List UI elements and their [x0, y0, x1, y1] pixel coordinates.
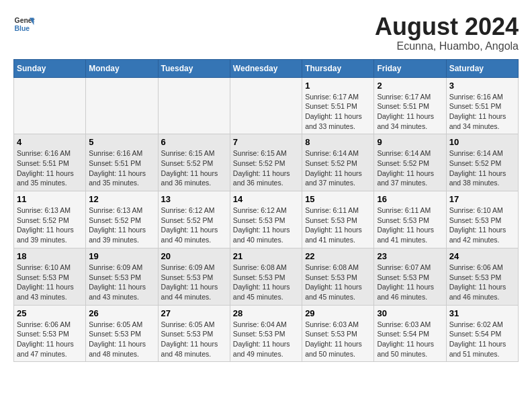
- calendar-cell: 7Sunrise: 6:15 AM Sunset: 5:52 PM Daylig…: [230, 134, 302, 191]
- day-number: 13: [161, 194, 227, 204]
- location: Ecunna, Huambo, Angola: [375, 40, 519, 52]
- day-number: 23: [377, 251, 443, 261]
- calendar-cell: 31Sunrise: 6:02 AM Sunset: 5:54 PM Dayli…: [446, 305, 518, 362]
- calendar-cell: 9Sunrise: 6:14 AM Sunset: 5:52 PM Daylig…: [374, 134, 446, 191]
- day-number: 10: [449, 137, 515, 147]
- day-number: 28: [233, 308, 299, 318]
- calendar-week-row: 11Sunrise: 6:13 AM Sunset: 5:52 PM Dayli…: [14, 191, 519, 248]
- calendar-week-row: 4Sunrise: 6:16 AM Sunset: 5:51 PM Daylig…: [14, 134, 519, 191]
- weekday-header-monday: Monday: [86, 59, 158, 77]
- day-info: Sunrise: 6:09 AM Sunset: 5:53 PM Dayligh…: [89, 263, 154, 302]
- day-number: 14: [233, 194, 299, 204]
- day-info: Sunrise: 6:06 AM Sunset: 5:53 PM Dayligh…: [17, 320, 83, 359]
- calendar-cell: [158, 77, 230, 134]
- day-number: 5: [89, 137, 154, 147]
- day-number: 2: [377, 81, 443, 91]
- calendar-cell: 5Sunrise: 6:16 AM Sunset: 5:51 PM Daylig…: [86, 134, 158, 191]
- day-info: Sunrise: 6:14 AM Sunset: 5:52 PM Dayligh…: [305, 148, 371, 188]
- day-number: 3: [449, 81, 515, 91]
- calendar-cell: 8Sunrise: 6:14 AM Sunset: 5:52 PM Daylig…: [302, 134, 374, 191]
- calendar-week-row: 25Sunrise: 6:06 AM Sunset: 5:53 PM Dayli…: [14, 305, 519, 362]
- day-info: Sunrise: 6:13 AM Sunset: 5:52 PM Dayligh…: [17, 205, 83, 245]
- calendar-cell: 11Sunrise: 6:13 AM Sunset: 5:52 PM Dayli…: [14, 191, 86, 248]
- day-number: 12: [89, 194, 154, 204]
- calendar-cell: 12Sunrise: 6:13 AM Sunset: 5:52 PM Dayli…: [86, 191, 158, 248]
- day-info: Sunrise: 6:12 AM Sunset: 5:52 PM Dayligh…: [161, 205, 227, 245]
- calendar-cell: [230, 77, 302, 134]
- day-info: Sunrise: 6:17 AM Sunset: 5:51 PM Dayligh…: [377, 92, 443, 132]
- day-number: 4: [17, 137, 83, 147]
- calendar-cell: 25Sunrise: 6:06 AM Sunset: 5:53 PM Dayli…: [14, 305, 86, 362]
- day-info: Sunrise: 6:16 AM Sunset: 5:51 PM Dayligh…: [17, 148, 83, 188]
- day-info: Sunrise: 6:16 AM Sunset: 5:51 PM Dayligh…: [89, 148, 154, 188]
- calendar-cell: 27Sunrise: 6:05 AM Sunset: 5:53 PM Dayli…: [158, 305, 230, 362]
- calendar-cell: 4Sunrise: 6:16 AM Sunset: 5:51 PM Daylig…: [14, 134, 86, 191]
- day-info: Sunrise: 6:05 AM Sunset: 5:53 PM Dayligh…: [89, 320, 154, 359]
- day-number: 27: [161, 308, 227, 318]
- calendar-cell: 20Sunrise: 6:09 AM Sunset: 5:53 PM Dayli…: [158, 248, 230, 305]
- day-number: 31: [449, 308, 515, 318]
- calendar-cell: [14, 77, 86, 134]
- calendar-cell: 6Sunrise: 6:15 AM Sunset: 5:52 PM Daylig…: [158, 134, 230, 191]
- calendar-cell: 30Sunrise: 6:03 AM Sunset: 5:54 PM Dayli…: [374, 305, 446, 362]
- day-number: 7: [233, 137, 299, 147]
- day-number: 19: [89, 251, 154, 261]
- day-number: 21: [233, 251, 299, 261]
- calendar-cell: 2Sunrise: 6:17 AM Sunset: 5:51 PM Daylig…: [374, 77, 446, 134]
- day-number: 24: [449, 251, 515, 261]
- calendar-cell: [86, 77, 158, 134]
- day-info: Sunrise: 6:15 AM Sunset: 5:52 PM Dayligh…: [233, 148, 299, 188]
- day-info: Sunrise: 6:13 AM Sunset: 5:52 PM Dayligh…: [89, 205, 154, 245]
- calendar-cell: 15Sunrise: 6:11 AM Sunset: 5:53 PM Dayli…: [302, 191, 374, 248]
- day-info: Sunrise: 6:10 AM Sunset: 5:53 PM Dayligh…: [17, 263, 83, 302]
- calendar-cell: 29Sunrise: 6:03 AM Sunset: 5:53 PM Dayli…: [302, 305, 374, 362]
- weekday-header-row: SundayMondayTuesdayWednesdayThursdayFrid…: [14, 59, 519, 77]
- day-info: Sunrise: 6:03 AM Sunset: 5:54 PM Dayligh…: [377, 320, 443, 359]
- calendar-cell: 13Sunrise: 6:12 AM Sunset: 5:52 PM Dayli…: [158, 191, 230, 248]
- day-number: 9: [377, 137, 443, 147]
- logo-icon: General Blue: [13, 13, 35, 35]
- day-info: Sunrise: 6:12 AM Sunset: 5:53 PM Dayligh…: [233, 205, 299, 245]
- weekday-header-friday: Friday: [374, 59, 446, 77]
- calendar-cell: 18Sunrise: 6:10 AM Sunset: 5:53 PM Dayli…: [14, 248, 86, 305]
- day-info: Sunrise: 6:11 AM Sunset: 5:53 PM Dayligh…: [377, 205, 443, 245]
- day-number: 11: [17, 194, 83, 204]
- day-number: 17: [449, 194, 515, 204]
- day-number: 29: [305, 308, 371, 318]
- day-info: Sunrise: 6:14 AM Sunset: 5:52 PM Dayligh…: [377, 148, 443, 188]
- day-info: Sunrise: 6:03 AM Sunset: 5:53 PM Dayligh…: [305, 320, 371, 359]
- day-number: 18: [17, 251, 83, 261]
- calendar-cell: 14Sunrise: 6:12 AM Sunset: 5:53 PM Dayli…: [230, 191, 302, 248]
- day-number: 16: [377, 194, 443, 204]
- day-info: Sunrise: 6:10 AM Sunset: 5:53 PM Dayligh…: [449, 205, 515, 245]
- calendar-cell: 17Sunrise: 6:10 AM Sunset: 5:53 PM Dayli…: [446, 191, 518, 248]
- day-number: 25: [17, 308, 83, 318]
- day-info: Sunrise: 6:04 AM Sunset: 5:53 PM Dayligh…: [233, 320, 299, 359]
- month-year: August 2024: [375, 13, 519, 40]
- day-info: Sunrise: 6:08 AM Sunset: 5:53 PM Dayligh…: [233, 263, 299, 302]
- day-number: 6: [161, 137, 227, 147]
- header: General Blue August 2024 Ecunna, Huambo,…: [13, 13, 519, 52]
- day-number: 8: [305, 137, 371, 147]
- calendar-cell: 3Sunrise: 6:16 AM Sunset: 5:51 PM Daylig…: [446, 77, 518, 134]
- calendar-cell: 21Sunrise: 6:08 AM Sunset: 5:53 PM Dayli…: [230, 248, 302, 305]
- calendar-cell: 24Sunrise: 6:06 AM Sunset: 5:53 PM Dayli…: [446, 248, 518, 305]
- day-info: Sunrise: 6:06 AM Sunset: 5:53 PM Dayligh…: [449, 263, 515, 302]
- day-number: 15: [305, 194, 371, 204]
- day-info: Sunrise: 6:07 AM Sunset: 5:53 PM Dayligh…: [377, 263, 443, 302]
- day-info: Sunrise: 6:09 AM Sunset: 5:53 PM Dayligh…: [161, 263, 227, 302]
- logo: General Blue: [13, 13, 35, 35]
- weekday-header-saturday: Saturday: [446, 59, 518, 77]
- day-info: Sunrise: 6:15 AM Sunset: 5:52 PM Dayligh…: [161, 148, 227, 188]
- calendar-cell: 28Sunrise: 6:04 AM Sunset: 5:53 PM Dayli…: [230, 305, 302, 362]
- title-area: August 2024 Ecunna, Huambo, Angola: [375, 13, 519, 52]
- day-info: Sunrise: 6:14 AM Sunset: 5:52 PM Dayligh…: [449, 148, 515, 188]
- weekday-header-sunday: Sunday: [14, 59, 86, 77]
- day-info: Sunrise: 6:08 AM Sunset: 5:53 PM Dayligh…: [305, 263, 371, 302]
- day-number: 20: [161, 251, 227, 261]
- day-info: Sunrise: 6:17 AM Sunset: 5:51 PM Dayligh…: [305, 92, 371, 132]
- calendar-cell: 19Sunrise: 6:09 AM Sunset: 5:53 PM Dayli…: [86, 248, 158, 305]
- day-info: Sunrise: 6:05 AM Sunset: 5:53 PM Dayligh…: [161, 320, 227, 359]
- weekday-header-thursday: Thursday: [302, 59, 374, 77]
- day-info: Sunrise: 6:11 AM Sunset: 5:53 PM Dayligh…: [305, 205, 371, 245]
